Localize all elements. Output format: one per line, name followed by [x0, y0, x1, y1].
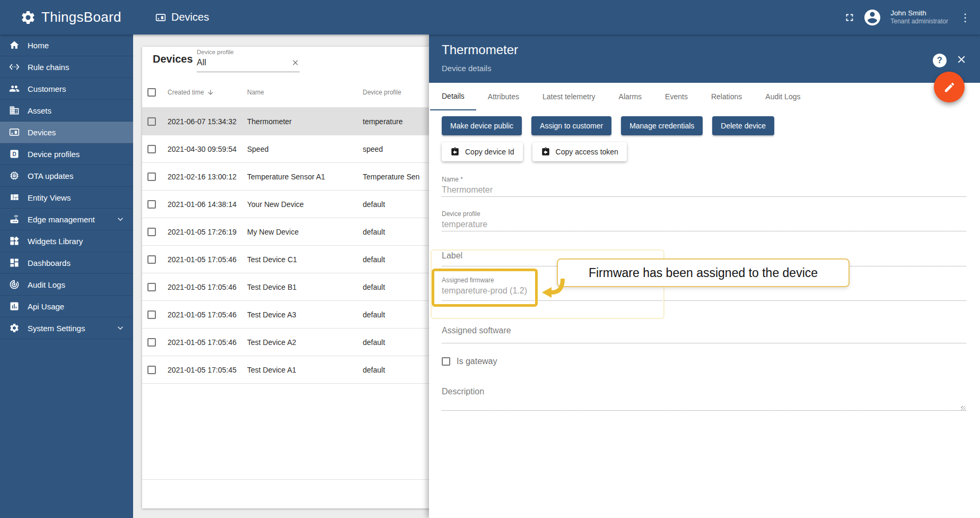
sidebar-item-customers[interactable]: Customers [0, 78, 133, 100]
row-checkbox[interactable] [147, 366, 156, 374]
device-profile-filter[interactable]: Device profile All [197, 49, 300, 72]
row-checkbox[interactable] [147, 310, 156, 319]
tab-attributes[interactable]: Attributes [476, 83, 531, 110]
customers-icon [9, 83, 20, 94]
topbar-controls: John Smith Tenant administrator ⋮ [844, 8, 980, 27]
sidebar-item-label: Api Usage [28, 302, 64, 311]
close-icon[interactable] [955, 53, 968, 66]
fullscreen-icon[interactable] [844, 12, 855, 23]
sidebar-item-entity-views[interactable]: Entity Views [0, 187, 133, 209]
sidebar-item-label: Edge management [28, 215, 95, 224]
edit-pencil-icon [943, 81, 956, 93]
sidebar-item-system-settings[interactable]: System Settings [0, 317, 133, 339]
row-checkbox[interactable] [147, 200, 156, 209]
sidebar-item-label: Devices [28, 128, 56, 137]
system-settings-icon [9, 323, 20, 333]
is-gateway-label: Is gateway [457, 357, 497, 366]
sidebar-item-home[interactable]: Home [0, 34, 133, 56]
sidebar-item-device-profiles[interactable]: D Device profiles [0, 143, 133, 165]
cell-name: Test Device A3 [247, 310, 363, 319]
make-device-public-button[interactable]: Make device public [442, 116, 522, 135]
panel-subtitle: Device details [442, 64, 491, 73]
tab-audit-logs[interactable]: Audit Logs [754, 83, 812, 110]
row-checkbox[interactable] [147, 255, 156, 264]
page-title: Devices [171, 11, 209, 23]
sidebar-item-label: Assets [28, 106, 51, 115]
sidebar-item-edge-management[interactable]: Edge management [0, 209, 133, 230]
sidebar-item-api-usage[interactable]: Api Usage [0, 296, 133, 317]
clipboard-icon [541, 147, 550, 157]
chevron-down-icon [115, 214, 126, 225]
copy-device-id-button[interactable]: Copy device Id [442, 142, 523, 161]
user-name: John Smith [890, 9, 948, 18]
page-title-group: Devices [155, 11, 209, 23]
tab-alarms[interactable]: Alarms [607, 83, 654, 110]
callout-text: Firmware has been assigned to the device [589, 266, 818, 280]
row-checkbox[interactable] [147, 283, 156, 291]
sidebar-item-assets[interactable]: Assets [0, 100, 133, 122]
field-label: Assigned software [442, 326, 966, 335]
assets-icon [9, 105, 20, 116]
cell-created-time: 2021-01-05 17:05:45 [168, 366, 247, 374]
row-checkbox[interactable] [147, 172, 156, 181]
is-gateway-checkbox-row[interactable]: Is gateway [442, 357, 497, 366]
column-header-created-time[interactable]: Created time [168, 89, 247, 96]
sidebar-item-rule-chains[interactable]: Rule chains [0, 56, 133, 78]
api-usage-icon [9, 301, 20, 312]
row-checkbox[interactable] [147, 145, 156, 153]
copy-access-token-button[interactable]: Copy access token [532, 142, 627, 161]
description-field[interactable]: Description [442, 387, 966, 411]
edit-device-button[interactable] [934, 72, 965, 102]
cell-name: Test Device C1 [247, 255, 363, 264]
home-icon [9, 40, 20, 50]
manage-credentials-button[interactable]: Manage credentials [621, 116, 703, 135]
user-role: Tenant administrator [890, 18, 948, 25]
assigned-software-field[interactable]: Assigned software [442, 326, 966, 343]
sidebar-item-label: System Settings [28, 324, 85, 333]
devices-icon [155, 12, 166, 23]
tab-relations[interactable]: Relations [699, 83, 754, 110]
assign-to-customer-button[interactable]: Assign to customer [531, 116, 611, 135]
tab-details[interactable]: Details [430, 83, 476, 110]
select-all-checkbox[interactable] [147, 88, 156, 97]
sidebar-item-ota-updates[interactable]: OTA updates [0, 165, 133, 187]
help-icon[interactable]: ? [933, 54, 947, 67]
cell-name: Your New Device [247, 200, 363, 209]
filter-value[interactable]: All [197, 58, 291, 67]
textarea-resize-handle[interactable] [961, 406, 966, 411]
kebab-menu-icon[interactable]: ⋮ [956, 11, 975, 24]
thingsboard-logo-gear-icon [20, 10, 36, 25]
panel-header: Thermometer Device details ? [429, 34, 980, 83]
chevron-down-icon [115, 323, 126, 333]
row-checkbox[interactable] [147, 228, 156, 236]
cell-created-time: 2021-01-05 17:05:46 [168, 338, 247, 347]
row-checkbox[interactable] [147, 117, 156, 126]
column-header-name[interactable]: Name [247, 89, 363, 96]
device-profile-field[interactable]: Device profile temperature [442, 210, 966, 231]
sidebar-item-devices[interactable]: Devices [0, 122, 133, 143]
sidebar-item-label: Home [28, 41, 49, 50]
filter-label: Device profile [197, 49, 300, 55]
cell-created-time: 2021-06-07 15:34:32 [168, 117, 247, 126]
ota-updates-icon [9, 170, 20, 181]
widgets-library-icon [9, 236, 20, 246]
cell-created-time: 2021-02-16 13:00:12 [168, 172, 247, 181]
sidebar-item-audit-logs[interactable]: Audit Logs [0, 274, 133, 296]
field-value: temperature [442, 220, 966, 231]
sidebar-item-widgets-library[interactable]: Widgets Library [0, 230, 133, 252]
name-field[interactable]: Name * Thermometer [442, 176, 966, 197]
close-icon[interactable] [291, 58, 300, 67]
table-title: Devices [153, 53, 193, 65]
thingsboard-logo[interactable]: ThingsBoard [0, 9, 133, 25]
sidebar-item-dashboards[interactable]: Dashboards [0, 252, 133, 274]
cell-created-time: 2021-01-05 17:05:46 [168, 310, 247, 319]
row-checkbox[interactable] [147, 338, 156, 347]
sidebar-item-label: Dashboards [28, 258, 71, 267]
delete-device-button[interactable]: Delete device [712, 116, 774, 135]
clipboard-icon [450, 147, 460, 157]
cell-name: Test Device A2 [247, 338, 363, 347]
avatar[interactable] [863, 8, 882, 27]
tab-latest-telemetry[interactable]: Latest telemetry [531, 83, 607, 110]
tab-events[interactable]: Events [653, 83, 699, 110]
is-gateway-checkbox[interactable] [442, 357, 450, 366]
